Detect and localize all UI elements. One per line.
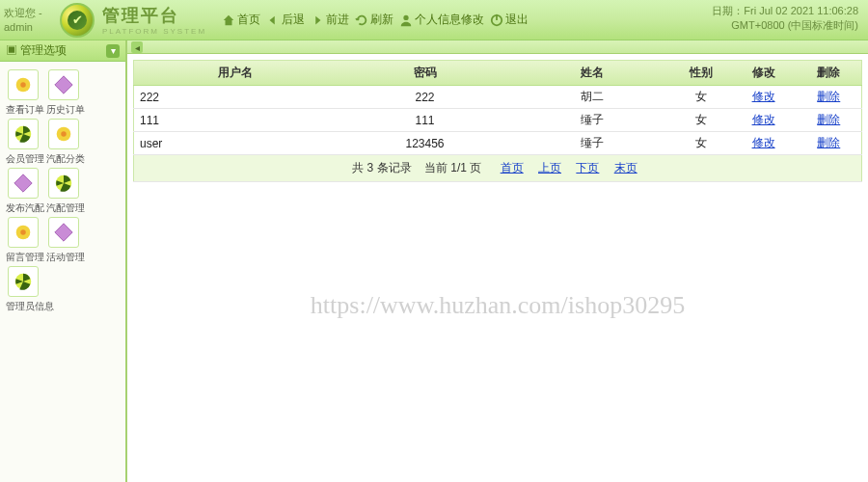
col-sex: 性别 — [672, 61, 730, 86]
date-value: Fri Jul 02 2021 11:06:28 — [744, 5, 858, 16]
sidebar-item-label: 留言管理 — [6, 251, 41, 264]
cell-user: 111 — [134, 109, 338, 132]
pager-row: 共 3 条记录 当前 1/1 页 首页 上页 下页 末页 — [134, 155, 862, 182]
sidebar-icons: 查看订单 历史订单 会员管理 汽配分类 发布汽配 汽配管理 留言管理 活动管理 — [0, 62, 125, 321]
sidebar-item-label: 会员管理 — [6, 152, 41, 166]
cell-sex: 女 — [672, 86, 730, 109]
nav-label: 后退 — [282, 12, 305, 28]
pager-prev[interactable]: 上页 — [538, 161, 561, 174]
sidebar-item-publish-parts[interactable]: 发布汽配 — [4, 168, 42, 215]
nav-exit[interactable]: 退出 — [490, 12, 529, 28]
nav-home[interactable]: 首页 — [222, 12, 260, 28]
svg-point-4 — [20, 82, 26, 88]
radiation-icon — [8, 266, 39, 297]
sidebar-item-label: 查看订单 — [6, 103, 41, 117]
col-username: 用户名 — [134, 61, 338, 86]
cell-name: 缍子 — [512, 109, 672, 132]
col-delete: 删除 — [797, 61, 862, 86]
gear-icon — [8, 69, 39, 100]
home-icon — [222, 13, 235, 27]
edit-link[interactable]: 修改 — [752, 113, 775, 126]
sidebar-item-history-orders[interactable]: 历史订单 — [44, 69, 83, 117]
pager-current: 当前 1/1 页 — [424, 161, 481, 174]
cell-sex: 女 — [672, 109, 730, 132]
svg-point-10 — [20, 229, 26, 235]
pager-last[interactable]: 末页 — [614, 161, 637, 174]
cell-pwd: 111 — [338, 109, 512, 132]
exit-icon — [490, 13, 503, 27]
diamond-icon — [8, 168, 39, 199]
diamond-icon — [48, 69, 79, 100]
sidebar-item-message-manage[interactable]: 留言管理 — [4, 217, 42, 264]
content: 用户名 密码 姓名 性别 修改 删除 222 222 胡二 女 修改 删除 — [127, 54, 868, 188]
gear-icon — [8, 217, 39, 248]
nav-label: 刷新 — [370, 12, 393, 28]
date-label: 日期： — [712, 5, 744, 16]
user-table: 用户名 密码 姓名 性别 修改 删除 222 222 胡二 女 修改 删除 — [133, 60, 862, 182]
nav-forward[interactable]: 前进 — [311, 12, 349, 28]
edit-link[interactable]: 修改 — [752, 90, 775, 103]
sidebar-item-view-orders[interactable]: 查看订单 — [4, 69, 42, 117]
back-icon — [266, 13, 280, 27]
radiation-icon — [48, 168, 79, 199]
col-password: 密码 — [338, 61, 512, 86]
user-edit-icon — [399, 13, 413, 27]
sidebar-item-label: 汽配管理 — [46, 201, 82, 215]
edit-link[interactable]: 修改 — [752, 136, 775, 149]
sidebar-item-admin-info[interactable]: 管理员信息 — [4, 266, 42, 313]
username: admin — [4, 21, 33, 33]
sidebar-item-activity-manage[interactable]: 活动管理 — [44, 217, 83, 264]
col-edit: 修改 — [731, 61, 797, 86]
brand: 管理平台 PLATFORM SYSTEM — [102, 4, 206, 36]
main-area: ◂ 用户名 密码 姓名 性别 修改 删除 222 222 — [127, 40, 868, 482]
sidebar-item-label: 活动管理 — [46, 251, 82, 264]
sidebar: ▣ 管理选项 ▾ 查看订单 历史订单 会员管理 汽配分类 发布汽配 汽配管理 — [0, 40, 127, 482]
sidebar-item-parts-manage[interactable]: 汽配管理 — [44, 168, 83, 215]
cell-name: 缍子 — [512, 132, 672, 155]
delete-link[interactable]: 删除 — [817, 136, 840, 149]
pager-total: 共 3 条记录 — [352, 161, 411, 174]
main-toolbar: ◂ — [127, 40, 868, 54]
delete-link[interactable]: 删除 — [817, 113, 840, 126]
nav-profile-edit[interactable]: 个人信息修改 — [399, 12, 484, 28]
brand-title: 管理平台 — [102, 4, 206, 27]
cell-user: user — [134, 132, 338, 155]
nav-back[interactable]: 后退 — [266, 12, 305, 28]
nav-label: 前进 — [326, 12, 349, 28]
sidebar-title: 管理选项 — [20, 43, 67, 57]
refresh-icon — [355, 13, 368, 27]
collapse-left-icon[interactable]: ◂ — [131, 41, 143, 53]
diamond-icon — [48, 217, 79, 248]
brand-subtitle: PLATFORM SYSTEM — [102, 27, 206, 36]
sidebar-header[interactable]: ▣ 管理选项 ▾ — [0, 40, 125, 62]
table-row: user 123456 缍子 女 修改 删除 — [134, 132, 862, 155]
cell-user: 222 — [134, 86, 338, 109]
sidebar-item-label: 历史订单 — [46, 103, 82, 117]
timezone: GMT+0800 (中国标准时间) — [731, 19, 858, 31]
top-nav: 首页 后退 前进 刷新 个人信息修改 退出 — [222, 12, 529, 28]
forward-icon — [311, 13, 324, 27]
cell-pwd: 123456 — [338, 132, 512, 155]
table-header-row: 用户名 密码 姓名 性别 修改 删除 — [134, 61, 862, 86]
pager-next[interactable]: 下页 — [576, 161, 599, 174]
nav-label: 个人信息修改 — [415, 12, 484, 28]
svg-point-0 — [403, 14, 408, 19]
radiation-icon — [8, 119, 39, 149]
welcome-prefix: 欢迎您 - — [4, 7, 42, 18]
date-box: 日期：Fri Jul 02 2021 11:06:28 GMT+0800 (中国… — [712, 4, 858, 34]
cell-name: 胡二 — [512, 86, 672, 109]
cell-pwd: 222 — [338, 86, 512, 109]
delete-link[interactable]: 删除 — [817, 90, 840, 103]
sidebar-item-parts-category[interactable]: 汽配分类 — [44, 119, 83, 166]
table-row: 111 111 缍子 女 修改 删除 — [134, 109, 862, 132]
nav-label: 退出 — [505, 12, 529, 28]
svg-rect-2 — [496, 13, 498, 19]
pager-first[interactable]: 首页 — [501, 161, 524, 174]
logo-icon: ✔ — [60, 3, 95, 38]
welcome-box: 欢迎您 - admin — [0, 4, 56, 36]
sidebar-item-member-manage[interactable]: 会员管理 — [4, 119, 42, 166]
nav-refresh[interactable]: 刷新 — [355, 12, 393, 28]
collapse-icon[interactable]: ▾ — [106, 44, 120, 58]
minus-icon: ▣ — [6, 43, 17, 57]
table-row: 222 222 胡二 女 修改 删除 — [134, 86, 862, 109]
